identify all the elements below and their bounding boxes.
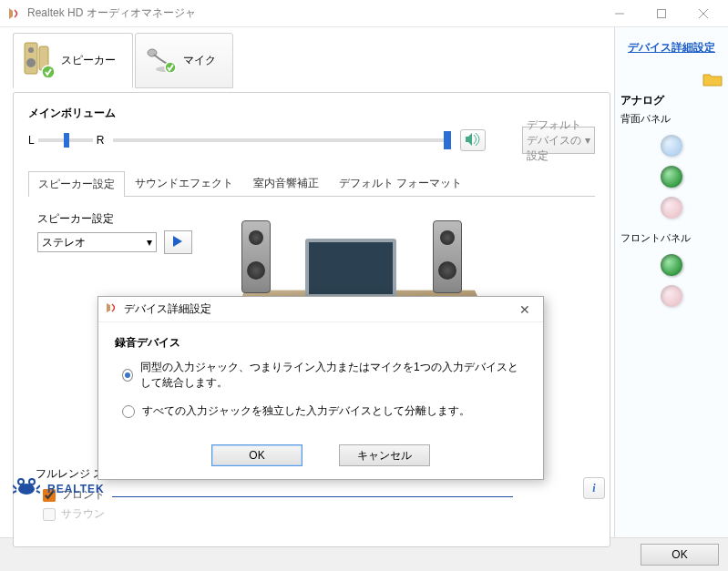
speaker-config-select[interactable]: ステレオ ▾ bbox=[37, 232, 157, 252]
radio-icon bbox=[122, 369, 133, 382]
svg-line-18 bbox=[36, 491, 40, 493]
mute-button[interactable] bbox=[460, 129, 486, 151]
title-bar: Realtek HD オーディオマネージャ bbox=[0, 0, 728, 27]
play-icon bbox=[171, 235, 184, 250]
radio-merge-inputs[interactable]: 同型の入力ジャック、つまりライン入力またはマイクを1つの入力デバイスとして統合し… bbox=[122, 360, 527, 391]
dialog-title: デバイス詳細設定 bbox=[124, 301, 211, 317]
svg-point-6 bbox=[26, 58, 36, 67]
rear-panel-label: 背面パネル bbox=[620, 112, 723, 126]
subtab-sound-effects[interactable]: サウンドエフェクト bbox=[125, 170, 243, 196]
tab-mic-label: マイク bbox=[183, 53, 216, 68]
svg-rect-1 bbox=[658, 9, 666, 17]
dialog-app-icon bbox=[106, 301, 118, 317]
balance-slider[interactable]: L R bbox=[28, 134, 104, 147]
realtek-crab-icon bbox=[13, 476, 40, 501]
chevron-down-icon: ▾ bbox=[585, 134, 590, 147]
chevron-down-icon: ▾ bbox=[147, 236, 152, 249]
mic-icon bbox=[145, 46, 176, 76]
advanced-settings-link[interactable]: デバイス詳細設定 bbox=[620, 40, 723, 56]
balance-r-label: R bbox=[97, 134, 105, 147]
svg-line-16 bbox=[13, 491, 16, 493]
balance-l-label: L bbox=[28, 134, 35, 147]
jack-front-green[interactable] bbox=[661, 254, 682, 276]
main-ok-button[interactable]: OK bbox=[641, 544, 719, 566]
recording-device-section-title: 録音デバイス bbox=[115, 335, 527, 351]
advanced-settings-dialog: デバイス詳細設定 ✕ 録音デバイス 同型の入力ジャック、つまりライン入力またはマ… bbox=[97, 296, 544, 480]
app-icon bbox=[7, 6, 22, 21]
subtab-default-format[interactable]: デフォルト フォーマット bbox=[329, 170, 472, 196]
main-volume-label: メインボリューム bbox=[28, 106, 595, 121]
subtab-speaker-config[interactable]: スピーカー設定 bbox=[28, 171, 125, 197]
svg-point-5 bbox=[28, 47, 34, 53]
front-panel-label: フロントパネル bbox=[620, 231, 723, 245]
dialog-ok-button[interactable]: OK bbox=[211, 444, 302, 466]
dialog-close-button[interactable]: ✕ bbox=[514, 302, 536, 317]
speaker-icon bbox=[23, 41, 54, 80]
tab-speaker-label: スピーカー bbox=[61, 53, 116, 68]
minimize-button[interactable] bbox=[599, 0, 641, 27]
brand-footer: REALTEK bbox=[13, 476, 513, 501]
right-sidebar: デバイス詳細設定 アナログ 背面パネル フロントパネル bbox=[614, 27, 728, 537]
jack-rear-pink[interactable] bbox=[661, 197, 682, 219]
default-device-label: デフォルトデバイスの設定 bbox=[527, 117, 585, 164]
jack-rear-blue[interactable] bbox=[661, 135, 682, 157]
device-tabs: スピーカー マイク bbox=[13, 33, 610, 88]
subtab-room-correction[interactable]: 室内音響補正 bbox=[243, 170, 329, 196]
jack-rear-green[interactable] bbox=[661, 166, 682, 188]
info-button[interactable]: i bbox=[583, 477, 605, 499]
default-device-button[interactable]: デフォルトデバイスの設定 ▾ bbox=[522, 127, 595, 154]
tab-mic[interactable]: マイク bbox=[135, 33, 233, 88]
speaker-config-label: スピーカー設定 bbox=[37, 211, 192, 227]
maximize-button[interactable] bbox=[641, 0, 682, 27]
radio-merge-label: 同型の入力ジャック、つまりライン入力またはマイクを1つの入力デバイスとして統合し… bbox=[140, 360, 527, 391]
stage-speaker-right[interactable] bbox=[433, 220, 462, 293]
fullrange-surround-checkbox[interactable]: サラウン bbox=[43, 506, 105, 522]
fullrange-surround-label: サラウン bbox=[61, 506, 105, 522]
tab-speaker[interactable]: スピーカー bbox=[13, 33, 133, 88]
dialog-cancel-button[interactable]: キャンセル bbox=[339, 444, 430, 466]
volume-slider[interactable] bbox=[113, 138, 451, 142]
svg-line-15 bbox=[13, 485, 16, 489]
svg-line-17 bbox=[36, 485, 40, 489]
radio-separate-inputs[interactable]: すべての入力ジャックを独立した入力デバイスとして分離します。 bbox=[122, 403, 527, 419]
svg-point-13 bbox=[18, 479, 24, 484]
radio-icon bbox=[122, 405, 135, 418]
speaker-config-value: ステレオ bbox=[42, 235, 86, 250]
analog-label: アナログ bbox=[620, 93, 723, 108]
svg-point-14 bbox=[29, 479, 35, 484]
sub-tabs: スピーカー設定 サウンドエフェクト 室内音響補正 デフォルト フォーマット bbox=[28, 170, 595, 197]
brand-label: REALTEK bbox=[47, 483, 105, 495]
window-title: Realtek HD オーディオマネージャ bbox=[27, 5, 599, 21]
jack-front-pink[interactable] bbox=[661, 285, 682, 307]
radio-separate-label: すべての入力ジャックを独立した入力デバイスとして分離します。 bbox=[142, 403, 470, 419]
folder-icon[interactable] bbox=[702, 72, 723, 89]
sound-icon bbox=[465, 132, 481, 149]
test-play-button[interactable] bbox=[164, 230, 192, 254]
close-button[interactable] bbox=[682, 0, 724, 27]
stage-monitor bbox=[305, 239, 396, 298]
stage-speaker-left[interactable] bbox=[241, 220, 271, 293]
